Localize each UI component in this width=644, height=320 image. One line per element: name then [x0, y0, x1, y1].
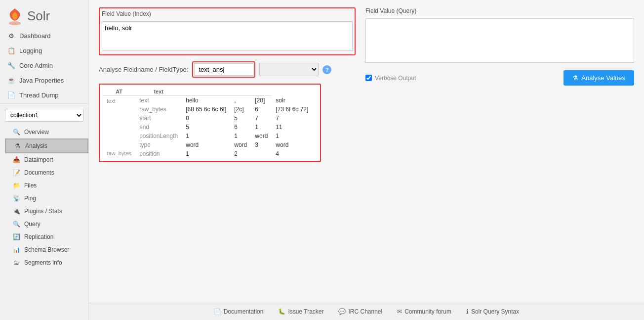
col-token3-header	[251, 88, 272, 96]
label-raw-bytes: raw_bytes	[135, 105, 182, 114]
fieldname-input[interactable]	[194, 63, 253, 76]
col-token1-header	[182, 88, 230, 96]
query-icon: 🔍	[12, 220, 20, 228]
footer-link-documentation[interactable]: 📄 Documentation	[214, 308, 264, 315]
verbose-row: Verbose Output	[365, 75, 416, 82]
label-start: start	[135, 114, 182, 123]
sidebar-item-query[interactable]: 🔍 Query	[5, 218, 88, 230]
filter-icon: ⚗	[13, 142, 21, 150]
field-value-index-label: Field Value (Index)	[102, 10, 353, 17]
dashboard-icon: ⚙	[7, 32, 15, 40]
val-start-20: 7	[251, 114, 272, 123]
chat-icon: 💬	[338, 308, 346, 315]
sidebar-item-overview[interactable]: 🔍 Overview	[5, 126, 88, 138]
sidebar-item-dashboard[interactable]: ⚙ Dashboard	[0, 28, 88, 43]
sidebar-item-logging[interactable]: 📋 Logging	[0, 43, 88, 58]
sidebar-item-files[interactable]: 📁 Files	[5, 179, 88, 192]
content-area: Field Value (Index) Analyse Fieldname / …	[89, 0, 644, 320]
overview-icon: 🔍	[12, 128, 20, 136]
ping-icon: 📡	[12, 194, 20, 202]
right-col: Field Value (Query) Verbose Output ⚗ Ana…	[365, 7, 634, 164]
val-pos-hello: 1	[182, 149, 230, 158]
val-end-hello: 5	[182, 123, 230, 132]
doc-icon: 📄	[214, 308, 221, 315]
val-start-hello: 0	[182, 114, 230, 123]
val-type-comma: word	[230, 140, 251, 149]
val-pl-hello: 1	[182, 132, 230, 140]
sidebar-item-dataimport[interactable]: 📥 Dataimport	[5, 153, 88, 166]
collection-select[interactable]: collection1	[5, 109, 83, 122]
sidebar-item-thread-dump[interactable]: 📄 Thread Dump	[0, 88, 88, 102]
collection-select-wrap: collection1	[0, 105, 88, 126]
sidebar-item-core-admin[interactable]: 🔧 Core Admin	[0, 58, 88, 73]
info-icon: ℹ	[466, 308, 469, 315]
val-start-solr: 7	[272, 114, 312, 123]
col-at-header: AT	[103, 88, 135, 96]
dataimport-icon: 📥	[12, 156, 20, 164]
val-type-20: 3	[251, 140, 272, 149]
table-row: raw_bytes position 1 2 4	[103, 149, 312, 158]
footer-link-issue-tracker[interactable]: 🐛 Issue Tracker	[278, 308, 323, 315]
segments-icon: 🗂	[12, 259, 20, 267]
sidebar-item-schema-browser[interactable]: 📊 Schema Browser	[5, 243, 88, 256]
fieldtype-select[interactable]	[259, 63, 319, 76]
content-main: Field Value (Index) Analyse Fieldname / …	[89, 0, 644, 303]
documents-icon: 📝	[12, 169, 20, 177]
verbose-checkbox[interactable]	[365, 75, 372, 81]
analyse-values-button[interactable]: ⚗ Analyse Values	[564, 70, 634, 86]
label-position: position	[135, 149, 182, 158]
footer-link-solr-query-syntax[interactable]: ℹ Solr Query Syntax	[466, 308, 519, 315]
logo-area: Solr	[0, 0, 88, 28]
sidebar-item-segments-info[interactable]: 🗂 Segments info	[5, 256, 88, 269]
footer: 📄 Documentation 🐛 Issue Tracker 💬 IRC Ch…	[89, 303, 644, 320]
bug-icon: 🐛	[278, 308, 285, 315]
sidebar-item-ping[interactable]: 📡 Ping	[5, 192, 88, 205]
val-pl-solr: 1	[272, 132, 312, 140]
sidebar-item-replication[interactable]: 🔄 Replication	[5, 230, 88, 243]
field-value-index-box: Field Value (Index)	[99, 7, 356, 55]
val-comma: ,	[230, 96, 251, 105]
files-icon: 📁	[12, 182, 20, 189]
filter-btn-icon: ⚗	[572, 74, 578, 82]
val-end-solr: 11	[272, 123, 312, 132]
right-controls: Verbose Output ⚗ Analyse Values	[365, 70, 634, 86]
analyse-label: Analyse Fieldname / FieldType:	[99, 66, 188, 73]
field-value-query-input[interactable]	[365, 18, 634, 63]
val-hello: hello	[182, 96, 230, 105]
col-text-header: text	[135, 88, 182, 96]
val-type-hello: word	[182, 140, 230, 149]
val-pos-comma: 2	[230, 149, 251, 158]
field-value-index-input[interactable]	[102, 21, 353, 51]
val-rb-solr: [73 6f 6c 72]	[272, 105, 312, 114]
val-pl-20: word	[251, 132, 272, 140]
label-cell-text: text	[135, 96, 182, 105]
footer-link-irc-channel[interactable]: 💬 IRC Channel	[338, 308, 382, 315]
schema-icon: 📊	[12, 246, 20, 254]
sidebar-item-documents[interactable]: 📝 Documents	[5, 166, 88, 179]
label-type: type	[135, 140, 182, 149]
help-icon[interactable]: ?	[322, 65, 331, 74]
top-nav: ⚙ Dashboard 📋 Logging 🔧 Core Admin ☕ Jav…	[0, 28, 88, 102]
val-end-comma: 6	[230, 123, 251, 132]
field-value-query-box: Field Value (Query)	[365, 7, 634, 64]
val-end-20: 1	[251, 123, 272, 132]
sidebar-item-analysis[interactable]: ⚗ Analysis	[5, 138, 88, 153]
val-solr: solr	[272, 96, 312, 105]
val-pos-20	[251, 149, 272, 158]
at-cell-raw: raw_bytes	[103, 149, 135, 158]
sidebar-item-plugins-stats[interactable]: 🔌 Plugins / Stats	[5, 205, 88, 218]
sidebar: Solr ⚙ Dashboard 📋 Logging 🔧 Core Admin …	[0, 0, 89, 320]
at-cell: text	[103, 96, 135, 150]
email-icon: ✉	[397, 308, 402, 315]
verbose-label: Verbose Output	[375, 75, 416, 82]
field-value-query-label: Field Value (Query)	[365, 7, 634, 14]
java-icon: ☕	[7, 76, 15, 84]
core-icon: 🔧	[7, 61, 15, 69]
val-20: [20]	[251, 96, 272, 105]
sidebar-item-java-properties[interactable]: ☕ Java Properties	[0, 73, 88, 88]
val-start-comma: 5	[230, 114, 251, 123]
analyse-row: Analyse Fieldname / FieldType: ?	[99, 61, 356, 78]
footer-link-community-forum[interactable]: ✉ Community forum	[397, 308, 451, 315]
left-col: Field Value (Index) Analyse Fieldname / …	[99, 7, 356, 164]
val-type-solr: word	[272, 140, 312, 149]
